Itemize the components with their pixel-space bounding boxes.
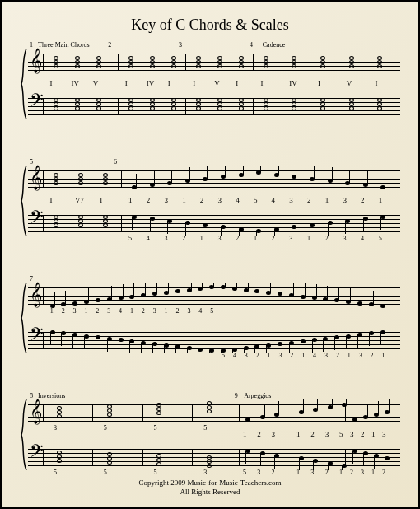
roman-numeral: IV (147, 79, 155, 87)
barline (118, 54, 119, 70)
fingering: 2 (200, 196, 204, 204)
fingering: 3 (54, 424, 57, 432)
roman-numerals-row: IIVVIIVIIVIIIVIVI (28, 75, 400, 93)
barline (43, 449, 44, 465)
fingering: 5 (339, 430, 343, 438)
system-1: 1 Three Main Chords 2 3 4 Cadence 𝄞 IIVV… (20, 49, 400, 119)
music-systems: 1 Three Main Chords 2 3 4 Cadence 𝄞 IIVV… (20, 49, 400, 475)
fingering: 3 (343, 235, 346, 242)
fingering: 1 (296, 469, 300, 476)
bass-clef-icon: 𝄢 (30, 209, 44, 231)
barline (345, 404, 346, 421)
fingering: 3 (257, 469, 260, 476)
system-3: 7 𝄞 123123412312345 𝄢 543213214321321 (20, 283, 400, 353)
fingering: 3 (272, 430, 276, 438)
fingering: 1 (254, 235, 257, 242)
fingering: 3 (164, 235, 167, 242)
system-4: 8 Inversions 9 Arpeggios 𝄞 3555123123532… (20, 399, 400, 470)
fingering: 1 (325, 196, 329, 204)
fingering: 2 (147, 196, 151, 204)
fingering: 2 (350, 469, 353, 476)
treble-clef-icon: 𝄞 (30, 284, 42, 306)
fingering: 5 (254, 196, 258, 204)
fingering: 5 (243, 469, 246, 476)
fingering: 5 (153, 424, 156, 432)
fingering: 5 (128, 235, 132, 242)
bass-staff: 𝄢 (28, 93, 400, 119)
fingering: 4 (272, 196, 276, 204)
bass-staff: 𝄢 543213212312345 (28, 210, 400, 236)
brace-icon (20, 399, 28, 470)
fingering: 4 (361, 235, 364, 242)
barline (92, 404, 93, 421)
treble-staff: 8 Inversions 9 Arpeggios 𝄞 (28, 399, 400, 426)
barline (121, 215, 122, 231)
barline (43, 215, 44, 231)
fingering: 5 (379, 235, 382, 242)
fingering: 1 (381, 352, 385, 359)
fingering: 2 (325, 469, 329, 476)
fingering: 4 (236, 196, 240, 204)
section-label: Three Main Chords (38, 41, 90, 49)
roman-numeral: IV (72, 79, 80, 87)
roman-numeral: IV (289, 79, 297, 87)
barline (192, 449, 193, 465)
roman-numeral: I (125, 79, 128, 87)
between-staves (28, 309, 400, 327)
measure-number: 2 (108, 41, 111, 49)
barline (292, 404, 292, 421)
barline (43, 98, 44, 114)
roman-numeral: I (375, 79, 377, 87)
fingering: 1 (268, 352, 271, 359)
fingering: 4 (313, 352, 316, 359)
treble-staff: 7 𝄞 123123412312345 (28, 283, 400, 309)
bass-clef-icon: 𝄢 (30, 326, 44, 348)
fingering: 3 (203, 469, 207, 476)
fingering: 1 (296, 430, 301, 438)
fingering: 2 (325, 235, 329, 242)
barline (92, 449, 93, 465)
treble-clef-icon: 𝄞 (30, 167, 42, 189)
fingering: 2 (382, 469, 385, 476)
treble-staff: 1 Three Main Chords 2 3 4 Cadence 𝄞 (28, 49, 400, 75)
barline (239, 449, 240, 465)
roman-numeral: I (236, 79, 238, 87)
fingering: 1 (128, 196, 133, 204)
section-label: Arpeggios (244, 392, 271, 399)
measure-number: 7 (30, 275, 33, 283)
barline (121, 170, 122, 187)
bass-staff: 𝄢 543213214321321 (28, 327, 400, 353)
between-staves: 355512312353213 (28, 426, 400, 444)
fingering: 3 (289, 235, 292, 242)
fingering: 3 (359, 352, 362, 359)
fingering: 1 (182, 196, 186, 204)
barline (118, 98, 119, 114)
fingering: 5 (104, 469, 107, 476)
roman-numeral: I (193, 79, 195, 87)
measure-number: 8 (30, 392, 33, 399)
fingering: 3 (310, 469, 314, 476)
footer: Copyright 2009 Music-for-Music-Teachers.… (20, 479, 400, 497)
fingering: 3 (361, 469, 364, 476)
fingering: 2 (236, 235, 239, 242)
barline (142, 449, 143, 465)
barline (192, 404, 193, 421)
fingering: 3 (325, 430, 329, 438)
brace-icon (20, 49, 28, 119)
barline (43, 287, 44, 304)
fingering: 1 (348, 352, 351, 359)
system-2: 5 6 𝄞 IV7I123123454321321 𝄢 543213212312… (20, 166, 400, 236)
roman-numeral: I (50, 196, 53, 204)
roman-numeral: I (261, 79, 264, 87)
fingering: 2 (310, 430, 315, 438)
fingering: 5 (203, 424, 207, 432)
fingering: 5 (54, 469, 57, 476)
fingering: 2 (290, 352, 293, 359)
fingering: 2 (371, 352, 374, 359)
fingering: 1 (200, 235, 203, 242)
fingering: 3 (164, 196, 168, 204)
fingering: 2 (307, 196, 311, 204)
fingering: 2 (361, 430, 365, 438)
fingering: 2 (336, 352, 339, 359)
section-label: Inversions (38, 392, 65, 399)
